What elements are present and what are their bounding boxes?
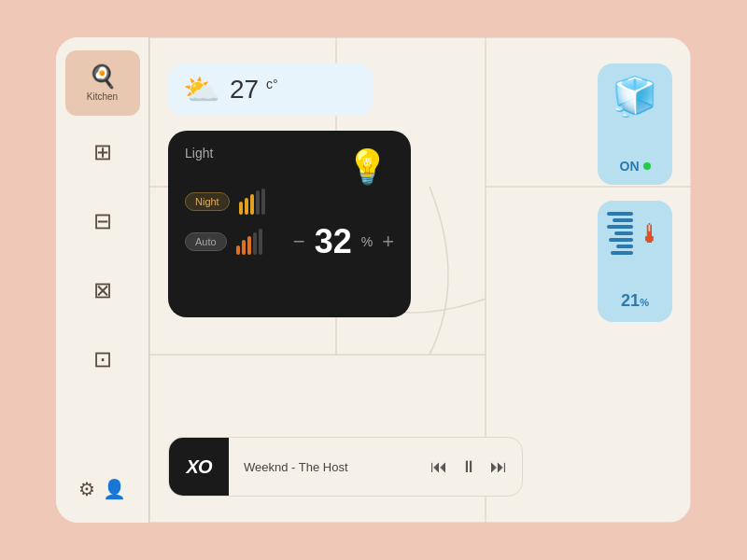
bar-3 — [250, 194, 254, 215]
status-indicator — [643, 162, 651, 170]
brightness-pct: % — [361, 234, 373, 249]
night-mode-badge[interactable]: Night — [185, 192, 230, 211]
bar-a1 — [236, 245, 240, 255]
night-bars — [239, 189, 265, 215]
next-button[interactable]: ⏭ — [490, 457, 507, 477]
track-info: Weeknd - The Host — [229, 460, 430, 474]
brightness-row: − 32 % + — [293, 222, 394, 261]
kitchen-icon: 🍳 — [89, 65, 117, 88]
auto-mode-badge[interactable]: Auto — [185, 232, 227, 251]
album-text: XO — [187, 456, 212, 478]
thermo-bar-6 — [616, 245, 633, 248]
prev-button[interactable]: ⏮ — [430, 457, 447, 477]
brightness-plus[interactable]: + — [382, 230, 394, 254]
music-player: XO Weeknd - The Host ⏮ ⏸ ⏭ — [168, 437, 523, 497]
bar-a4 — [253, 232, 257, 255]
pause-button[interactable]: ⏸ — [460, 457, 477, 477]
auto-bars — [236, 229, 262, 255]
temperature-card[interactable]: 🌡 21% — [598, 201, 672, 322]
profile-icon[interactable]: 👤 — [103, 478, 126, 500]
garage-icon: ⊡ — [93, 348, 112, 371]
sidebar-item-kitchen[interactable]: 🍳 Kitchen — [65, 50, 140, 116]
fridge-status: ON — [620, 159, 651, 174]
thermo-bar-5 — [609, 238, 633, 242]
thermo-area: 🌡 — [607, 212, 663, 255]
sidebar-item-dining[interactable]: ⊞ — [65, 119, 140, 185]
thermo-bar-3 — [607, 225, 633, 229]
music-controls: ⏮ ⏸ ⏭ — [430, 457, 522, 477]
thermo-bar-7 — [611, 251, 633, 255]
light-card: Light 💡 Night Auto — [168, 131, 411, 317]
sidebar-item-desk[interactable]: ⊟ — [65, 189, 140, 254]
bar-5 — [261, 189, 265, 215]
settings-icon[interactable]: ⚙ — [78, 478, 95, 500]
main-card: 🍳 Kitchen ⊞ ⊟ ⊠ ⊡ ⚙ 👤 ⛅ 27 c° — [56, 37, 691, 523]
thermo-bar-4 — [614, 231, 633, 235]
thermo-bar-1 — [607, 212, 633, 216]
night-mode-row: Night — [185, 189, 394, 215]
bar-1 — [239, 202, 243, 215]
dining-icon: ⊞ — [93, 141, 112, 163]
desk-icon: ⊟ — [93, 210, 112, 232]
fridge-card[interactable]: 🧊 ON — [598, 63, 672, 185]
thermo-bar-2 — [613, 218, 633, 222]
content-area: ⛅ 27 c° Light 💡 Night — [149, 37, 691, 523]
bar-a2 — [242, 240, 246, 255]
auto-mode-row: Auto − 32 % + — [185, 222, 394, 261]
sidebar-item-garage[interactable]: ⊡ — [65, 327, 140, 392]
bulb-icon: 💡 — [346, 147, 388, 187]
bedroom-icon: ⊠ — [93, 279, 112, 301]
bar-a3 — [247, 236, 251, 255]
brightness-minus[interactable]: − — [293, 230, 305, 254]
temperature-display: 27 c° — [230, 75, 278, 105]
temp-value: 21% — [621, 291, 649, 311]
sidebar-item-kitchen-label: Kitchen — [87, 91, 118, 102]
fridge-icon: 🧊 — [612, 75, 658, 119]
brightness-value: 32 — [315, 222, 352, 261]
bar-4 — [256, 190, 260, 215]
sidebar: 🍳 Kitchen ⊞ ⊟ ⊠ ⊡ ⚙ 👤 — [56, 37, 149, 523]
weather-icon: ⛅ — [183, 75, 220, 105]
thermo-bars — [607, 212, 633, 255]
bar-a5 — [259, 229, 262, 255]
album-art: XO — [169, 437, 229, 497]
track-name: Weeknd - The Host — [244, 460, 348, 474]
bar-2 — [245, 198, 248, 215]
light-modes: Night Auto — [185, 189, 394, 261]
thermometer-icon: 🌡 — [637, 218, 663, 249]
sidebar-item-bedroom[interactable]: ⊠ — [65, 258, 140, 323]
weather-card: ⛅ 27 c° — [168, 63, 374, 116]
